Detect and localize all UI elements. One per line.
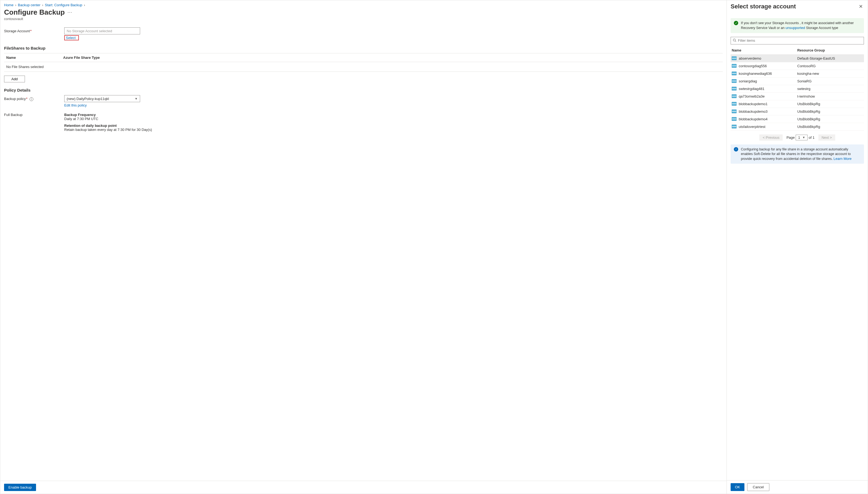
notice-callout: ✓ If you don't see your Storage Accounts… (731, 18, 864, 33)
retention-value: Retain backup taken every day at 7:30 PM… (64, 128, 152, 132)
fileshares-heading: FileShares to Backup (4, 46, 723, 51)
fileshares-empty: No File Shares selected (4, 62, 723, 72)
unsupported-link[interactable]: unsupported (785, 26, 805, 30)
resource-group-name: t-iwrinshow (797, 94, 863, 98)
storage-account-icon (732, 94, 737, 98)
storage-account-row[interactable]: utsfailoverpitrtestUtsBlobBkpRg (731, 123, 864, 131)
storage-account-icon (732, 125, 737, 129)
storage-account-name: contosorgdiag556 (739, 64, 767, 68)
storage-account-row[interactable]: soniargdiagSoniaRG (731, 77, 864, 85)
storage-account-name: blobbackupdemo3 (739, 110, 768, 114)
cancel-button[interactable]: Cancel (747, 483, 769, 491)
page-label: Page (787, 135, 794, 139)
previous-page-button[interactable]: < Previous (759, 134, 783, 141)
storage-account-icon (732, 117, 737, 121)
filter-input[interactable] (731, 37, 864, 44)
fileshares-table: Name Azure File Share Type No File Share… (4, 53, 723, 72)
close-icon[interactable]: ✕ (858, 2, 864, 11)
more-actions-icon[interactable]: ··· (67, 10, 72, 15)
info-icon: i (734, 147, 738, 151)
resource-group-name: UtsBlobBkpRg (797, 102, 863, 106)
storage-account-row[interactable]: blobbackupdemo3UtsBlobBkpRg (731, 108, 864, 115)
info-callout: i Configuring backup for any file share … (731, 145, 864, 164)
storage-account-input[interactable]: No Storage Account selected (64, 27, 140, 34)
ok-button[interactable]: OK (731, 483, 745, 491)
backup-policy-dropdown[interactable]: (new) DailyPolicy-kup11qkl ▼ (64, 95, 140, 102)
col-resource-group: Resource Group (797, 48, 863, 52)
chevron-right-icon: › (42, 3, 43, 7)
storage-account-name: soniargdiag (739, 79, 757, 83)
svg-line-1 (735, 41, 736, 42)
storage-account-name: abserverdemo (739, 56, 761, 60)
resource-group-name: UtsBlobBkpRg (797, 117, 863, 121)
backup-policy-value: (new) DailyPolicy-kup11qkl (67, 97, 109, 101)
storage-account-icon (732, 110, 737, 113)
page-dropdown[interactable]: 1 ▼ (796, 135, 808, 140)
vault-name: contosovault (0, 17, 727, 25)
storage-account-name: qa73omwib2a3e (739, 94, 765, 98)
info-icon[interactable]: i (30, 97, 33, 101)
storage-account-icon (732, 79, 737, 83)
storage-account-name: blobbackupdemo4 (739, 117, 768, 121)
notice-text-post: Storage Account type (806, 26, 838, 30)
retention-label: Retention of daily backup point (64, 124, 117, 128)
backup-frequency-value: Daily at 7:30 PM UTC (64, 117, 98, 121)
storage-account-row[interactable]: qa73omwib2a3et-iwrinshow (731, 93, 864, 100)
backup-frequency-label: Backup Frequency (64, 113, 96, 117)
storage-account-label: Storage Account* (4, 27, 61, 33)
storage-account-row[interactable]: swtestrgdiag481swtestrg (731, 85, 864, 93)
chevron-down-icon: ▼ (135, 97, 138, 100)
storage-account-row[interactable]: blobbackupdemo1UtsBlobBkpRg (731, 100, 864, 108)
resource-group-name: Default-Storage-EastUS (797, 56, 863, 60)
storage-account-name: swtestrgdiag481 (739, 87, 765, 91)
panel-title: Select storage account (731, 3, 796, 10)
learn-more-link[interactable]: Learn More (834, 157, 851, 161)
configure-backup-pane: Home › Backup center › Start: Configure … (0, 0, 727, 494)
enable-backup-button[interactable]: Enable backup (4, 484, 36, 491)
svg-point-0 (733, 39, 735, 41)
storage-account-row[interactable]: kosinghanewdiag636kosingha-new (731, 70, 864, 77)
storage-account-icon (732, 87, 737, 91)
storage-account-name: blobbackupdemo1 (739, 102, 768, 106)
storage-account-row[interactable]: contosorgdiag556ContosoRG (731, 62, 864, 70)
col-type: Azure File Share Type (63, 56, 100, 60)
resource-group-name: SoniaRG (797, 79, 863, 83)
chevron-right-icon: › (15, 3, 16, 7)
select-storage-account-highlight: Select (64, 35, 79, 40)
storage-account-name: kosinghanewdiag636 (739, 72, 772, 76)
storage-account-name: utsfailoverpitrtest (739, 125, 765, 129)
storage-account-icon (732, 102, 737, 106)
search-icon (733, 38, 736, 43)
select-storage-account-link[interactable]: Select (66, 36, 76, 40)
col-name: Name (732, 48, 797, 52)
success-icon: ✓ (734, 21, 738, 25)
resource-group-name: kosingha-new (797, 72, 863, 76)
storage-account-row[interactable]: blobbackupdemo4UtsBlobBkpRg (731, 115, 864, 123)
storage-account-table: Name Resource Group abserverdemoDefault-… (731, 46, 864, 131)
breadcrumb-home[interactable]: Home (4, 3, 14, 7)
add-fileshare-button[interactable]: Add (4, 76, 25, 82)
backup-policy-label: Backup policy* i (4, 95, 61, 101)
page-title: Configure Backup (4, 8, 65, 17)
policy-heading: Policy Details (4, 88, 723, 92)
select-storage-account-panel: Select storage account ✕ ✓ If you don't … (727, 0, 868, 494)
resource-group-name: UtsBlobBkpRg (797, 110, 863, 114)
edit-policy-link[interactable]: Edit this policy (64, 103, 87, 107)
resource-group-name: ContosoRG (797, 64, 863, 68)
full-backup-label: Full Backup (4, 111, 61, 117)
resource-group-name: swtestrg (797, 87, 863, 91)
breadcrumb-backup-center[interactable]: Backup center (18, 3, 40, 7)
storage-account-icon (732, 72, 737, 75)
breadcrumb-configure-backup[interactable]: Start: Configure Backup (45, 3, 82, 7)
storage-account-icon (732, 64, 737, 68)
storage-account-row[interactable]: abserverdemoDefault-Storage-EastUS (731, 55, 864, 62)
col-name: Name (6, 56, 63, 60)
storage-account-icon (732, 56, 737, 60)
of-label: of (809, 135, 812, 139)
chevron-right-icon: › (84, 3, 85, 7)
next-page-button[interactable]: Next > (818, 134, 835, 141)
pager: < Previous Page 1 ▼ of 1 Next > (727, 131, 868, 145)
breadcrumb: Home › Backup center › Start: Configure … (0, 0, 727, 8)
resource-group-name: UtsBlobBkpRg (797, 125, 863, 129)
total-pages: 1 (812, 135, 814, 139)
